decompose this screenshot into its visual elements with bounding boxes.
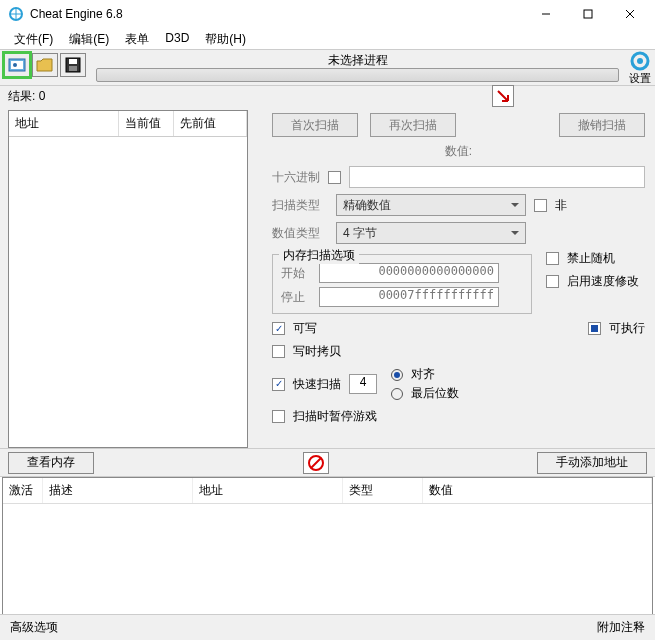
process-title: 未选择进程: [96, 52, 619, 68]
cow-label: 写时拷贝: [293, 343, 341, 360]
memory-scan-options: 内存扫描选项 开始 0000000000000000 停止 00007fffff…: [272, 254, 532, 314]
hex-checkbox[interactable]: [328, 171, 341, 184]
svg-line-14: [311, 458, 321, 468]
svg-point-7: [13, 63, 17, 67]
save-button[interactable]: [60, 53, 86, 77]
aligned-label: 对齐: [411, 366, 435, 383]
value-input[interactable]: [349, 166, 645, 188]
add-address-manual-button[interactable]: 手动添加地址: [537, 452, 647, 474]
scan-type-label: 扫描类型: [272, 197, 328, 214]
menubar: 文件(F) 编辑(E) 表单 D3D 帮助(H): [0, 28, 655, 50]
writable-checkbox[interactable]: [272, 322, 285, 335]
value-label: 数值:: [445, 143, 472, 160]
svg-rect-10: [69, 66, 77, 71]
next-scan-button[interactable]: 再次扫描: [370, 113, 456, 137]
settings-label: 设置: [629, 71, 651, 86]
start-input[interactable]: 0000000000000000: [319, 263, 499, 283]
disable-random-checkbox[interactable]: [546, 252, 559, 265]
progress-bar: [96, 68, 619, 82]
table-comments-link[interactable]: 附加注释: [597, 619, 645, 636]
first-scan-button[interactable]: 首次扫描: [272, 113, 358, 137]
settings-button[interactable]: 设置: [625, 50, 655, 86]
menu-table[interactable]: 表单: [117, 28, 157, 49]
last-digits-label: 最后位数: [411, 385, 459, 402]
stop-label: 停止: [281, 289, 311, 306]
enable-speed-checkbox[interactable]: [546, 275, 559, 288]
open-process-button[interactable]: [4, 53, 30, 77]
pause-on-scan-checkbox[interactable]: [272, 410, 285, 423]
open-file-button[interactable]: [32, 53, 58, 77]
cow-checkbox[interactable]: [272, 345, 285, 358]
advanced-options-link[interactable]: 高级选项: [10, 619, 58, 636]
col-desc[interactable]: 描述: [43, 478, 193, 503]
fast-scan-checkbox[interactable]: [272, 378, 285, 391]
writable-label: 可写: [293, 320, 317, 337]
pause-on-scan-label: 扫描时暂停游戏: [293, 408, 377, 425]
stop-icon[interactable]: [303, 452, 329, 474]
not-checkbox[interactable]: [534, 199, 547, 212]
col-type[interactable]: 类型: [343, 478, 423, 503]
results-list[interactable]: 地址 当前值 先前值: [8, 110, 248, 448]
add-to-list-button[interactable]: [492, 85, 514, 107]
fast-scan-value[interactable]: 4: [349, 374, 377, 394]
menu-edit[interactable]: 编辑(E): [61, 28, 117, 49]
col-addr[interactable]: 地址: [193, 478, 343, 503]
col-previous[interactable]: 先前值: [174, 111, 247, 136]
col-active[interactable]: 激活: [3, 478, 43, 503]
menu-file[interactable]: 文件(F): [6, 28, 61, 49]
executable-label: 可执行: [609, 320, 645, 337]
col-value[interactable]: 数值: [423, 478, 652, 503]
disable-random-label: 禁止随机: [567, 250, 615, 267]
svg-rect-2: [584, 10, 592, 18]
svg-point-12: [637, 58, 643, 64]
gear-icon: [629, 50, 651, 71]
value-type-label: 数值类型: [272, 225, 328, 242]
window-title: Cheat Engine 6.8: [30, 7, 525, 21]
address-list[interactable]: 激活 描述 地址 类型 数值: [2, 477, 653, 617]
menu-d3d[interactable]: D3D: [157, 28, 197, 49]
memory-group-title: 内存扫描选项: [279, 247, 359, 264]
value-type-combo[interactable]: 4 字节: [336, 222, 526, 244]
undo-scan-button[interactable]: 撤销扫描: [559, 113, 645, 137]
view-memory-button[interactable]: 查看内存: [8, 452, 94, 474]
last-digits-radio[interactable]: [391, 388, 403, 400]
executable-checkbox[interactable]: [588, 322, 601, 335]
minimize-button[interactable]: [525, 0, 567, 28]
enable-speed-label: 启用速度修改: [567, 273, 639, 290]
maximize-button[interactable]: [567, 0, 609, 28]
fast-scan-label: 快速扫描: [293, 376, 341, 393]
menu-help[interactable]: 帮助(H): [197, 28, 254, 49]
col-current[interactable]: 当前值: [119, 111, 174, 136]
not-label: 非: [555, 197, 567, 214]
stop-input[interactable]: 00007fffffffffff: [319, 287, 499, 307]
svg-rect-9: [69, 59, 77, 64]
app-icon: [8, 6, 24, 22]
scan-type-combo[interactable]: 精确数值: [336, 194, 526, 216]
start-label: 开始: [281, 265, 311, 282]
close-button[interactable]: [609, 0, 651, 28]
col-address[interactable]: 地址: [9, 111, 119, 136]
results-count: 结果: 0: [0, 86, 655, 107]
aligned-radio[interactable]: [391, 369, 403, 381]
hex-label: 十六进制: [272, 169, 320, 186]
